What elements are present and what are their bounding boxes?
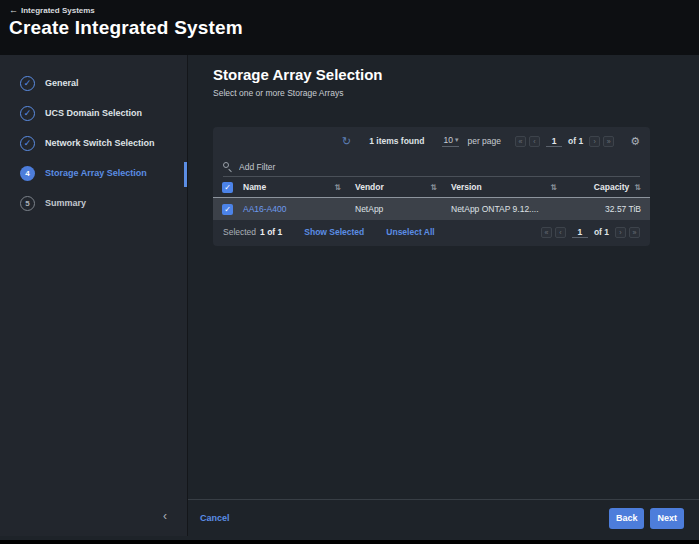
bottom-edge	[0, 540, 699, 544]
per-page-value: 10	[443, 135, 452, 145]
step-ucs-domain-selection[interactable]: ✓ UCS Domain Selection	[0, 98, 187, 128]
sort-icon: ⇅	[550, 183, 557, 192]
sidebar-collapse-chevron-icon[interactable]: ‹	[158, 507, 172, 525]
table-header-row: ✓ Name ⇅ Vendor ⇅ Version ⇅ Capacity	[213, 177, 650, 198]
refresh-icon[interactable]: ↻	[342, 135, 351, 148]
table-toolbar: ↻ 1 items found 10 ▾ per page « ‹ of 1 ›…	[213, 127, 650, 155]
panel-title: Storage Array Selection	[213, 66, 383, 83]
row-capacity: 32.57 TiB	[571, 204, 650, 214]
storage-array-table-card: ↻ 1 items found 10 ▾ per page « ‹ of 1 ›…	[213, 127, 650, 246]
cancel-button[interactable]: Cancel	[200, 513, 230, 523]
column-header-name[interactable]: Name ⇅	[243, 182, 355, 192]
wizard-sidebar: ✓ General ✓ UCS Domain Selection ✓ Netwo…	[0, 55, 188, 536]
page-number-input[interactable]	[546, 136, 562, 147]
step-done-icon: ✓	[20, 136, 35, 151]
step-label: Storage Array Selection	[45, 168, 147, 178]
action-bar: Cancel Back Next	[188, 499, 699, 536]
column-header-version[interactable]: Version ⇅	[451, 182, 571, 192]
breadcrumb[interactable]: ← Integrated Systems	[9, 5, 699, 15]
per-page-label: per page	[467, 136, 501, 146]
next-page-button[interactable]: ›	[589, 136, 600, 147]
step-done-icon: ✓	[20, 106, 35, 121]
per-page-select[interactable]: 10 ▾	[442, 135, 459, 147]
column-header-vendor[interactable]: Vendor ⇅	[355, 182, 451, 192]
sort-icon: ⇅	[634, 183, 641, 192]
next-button[interactable]: Next	[650, 508, 684, 529]
next-page-button[interactable]: ›	[615, 227, 626, 238]
sort-icon: ⇅	[430, 183, 437, 192]
chevron-down-icon: ▾	[455, 136, 459, 144]
prev-page-button[interactable]: ‹	[555, 227, 566, 238]
stepper: ✓ General ✓ UCS Domain Selection ✓ Netwo…	[0, 55, 187, 218]
search-icon	[223, 162, 232, 171]
first-page-button[interactable]: «	[541, 227, 552, 238]
row-checkbox[interactable]: ✓	[222, 204, 233, 215]
active-step-indicator	[184, 162, 187, 187]
step-storage-array-selection[interactable]: 4 Storage Array Selection	[0, 158, 187, 188]
sort-icon: ⇅	[334, 183, 341, 192]
unselect-all-link[interactable]: Unselect All	[386, 227, 434, 237]
page-total: of 1	[568, 136, 583, 146]
step-number-badge: 4	[20, 166, 35, 181]
page-title: Create Integrated System	[9, 17, 699, 39]
column-header-capacity[interactable]: Capacity ⇅	[571, 182, 650, 192]
prev-page-button[interactable]: ‹	[529, 136, 540, 147]
step-label: Summary	[45, 198, 86, 208]
add-filter-input[interactable]	[239, 162, 640, 172]
step-label: Network Switch Selection	[45, 138, 155, 148]
last-page-button[interactable]: »	[603, 136, 614, 147]
app-window: ← Integrated Systems Create Integrated S…	[0, 0, 699, 540]
items-found-count: 1 items found	[369, 136, 424, 146]
toolbar-pagination: « ‹ of 1 › »	[515, 136, 614, 147]
row-version: NetApp ONTAP 9.12....	[451, 204, 571, 214]
content-area: ✓ General ✓ UCS Domain Selection ✓ Netwo…	[0, 55, 699, 536]
back-button[interactable]: Back	[609, 508, 645, 529]
last-page-button[interactable]: »	[629, 227, 640, 238]
filter-bar	[223, 157, 640, 177]
show-selected-link[interactable]: Show Selected	[304, 227, 364, 237]
first-page-button[interactable]: «	[515, 136, 526, 147]
page-total: of 1	[594, 227, 609, 237]
step-network-switch-selection[interactable]: ✓ Network Switch Selection	[0, 128, 187, 158]
step-done-icon: ✓	[20, 76, 35, 91]
row-name-link[interactable]: AA16-A400	[243, 204, 355, 214]
back-arrow-icon: ←	[9, 5, 18, 15]
main-panel: Storage Array Selection Select one or mo…	[188, 55, 699, 536]
step-number-badge: 5	[20, 196, 35, 211]
step-general[interactable]: ✓ General	[0, 68, 187, 98]
table-footer: Selected1 of 1 Show Selected Unselect Al…	[213, 220, 650, 244]
selected-summary: Selected1 of 1	[223, 227, 282, 237]
step-label: General	[45, 78, 79, 88]
footer-pagination: « ‹ of 1 › »	[541, 227, 640, 238]
nav-buttons: Back Next	[609, 508, 684, 529]
table-row[interactable]: ✓ AA16-A400 NetApp NetApp ONTAP 9.12....…	[213, 198, 650, 220]
step-summary[interactable]: 5 Summary	[0, 188, 187, 218]
row-vendor: NetApp	[355, 204, 451, 214]
step-label: UCS Domain Selection	[45, 108, 142, 118]
page-number-input[interactable]	[572, 227, 588, 238]
table-settings-gear-icon[interactable]: ⚙	[630, 135, 640, 148]
breadcrumb-label: Integrated Systems	[21, 6, 95, 15]
select-all-checkbox[interactable]: ✓	[222, 182, 233, 193]
app-header: ← Integrated Systems Create Integrated S…	[0, 0, 699, 55]
panel-subtitle: Select one or more Storage Arrays	[213, 88, 343, 98]
